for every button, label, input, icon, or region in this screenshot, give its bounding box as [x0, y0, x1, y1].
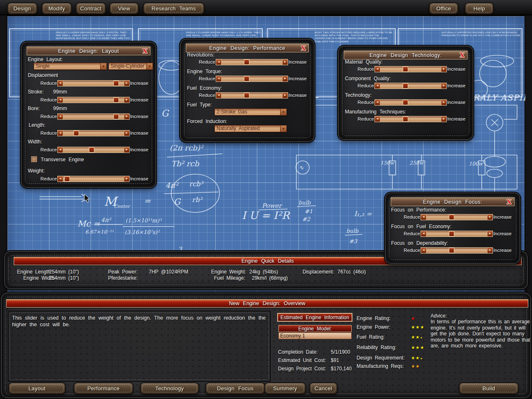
- left-arrow-icon[interactable]: ◄: [216, 59, 222, 65]
- slider-thumb[interactable]: [244, 93, 249, 98]
- slider-track[interactable]: [426, 248, 487, 253]
- close-icon[interactable]: X: [300, 44, 307, 52]
- chevron-down-icon[interactable]: ▼: [100, 63, 106, 69]
- footer-button-summery[interactable]: Summery: [264, 382, 306, 394]
- slider-track[interactable]: [63, 131, 124, 136]
- menu-button-view[interactable]: View: [109, 2, 139, 15]
- slider-body[interactable]: ◄►: [374, 116, 447, 122]
- engine-torque-slider[interactable]: Reduce ◄► Increase: [199, 75, 307, 82]
- right-arrow-icon[interactable]: ►: [282, 76, 288, 81]
- slider-body[interactable]: ◄►: [421, 247, 493, 254]
- slider-body[interactable]: ◄►: [57, 176, 130, 182]
- right-arrow-icon[interactable]: ►: [124, 176, 129, 182]
- footer-button-performance[interactable]: Performance: [74, 382, 133, 394]
- left-arrow-icon[interactable]: ◄: [216, 76, 222, 81]
- right-arrow-icon[interactable]: ►: [124, 81, 129, 86]
- slider-thumb[interactable]: [449, 231, 454, 236]
- left-arrow-icon[interactable]: ◄: [216, 93, 222, 98]
- right-arrow-icon[interactable]: ►: [282, 93, 288, 98]
- left-arrow-icon[interactable]: ◄: [58, 81, 63, 86]
- footer-button-layout[interactable]: Layout: [8, 382, 66, 394]
- left-arrow-icon[interactable]: ◄: [421, 214, 426, 220]
- menu-button-office[interactable]: Office: [429, 2, 458, 15]
- right-arrow-icon[interactable]: ►: [441, 116, 446, 122]
- revolutions-slider[interactable]: Reduce ◄► Increase: [199, 59, 307, 65]
- slider-thumb[interactable]: [403, 100, 408, 105]
- right-arrow-icon[interactable]: ►: [487, 214, 493, 220]
- slider-thumb[interactable]: [244, 76, 249, 81]
- close-icon[interactable]: X: [505, 198, 513, 206]
- slider-track[interactable]: [63, 147, 124, 153]
- right-arrow-icon[interactable]: ►: [124, 97, 129, 103]
- footer-button-technology[interactable]: Technology: [140, 382, 199, 394]
- slider-body[interactable]: ◄►: [57, 130, 130, 136]
- right-arrow-icon[interactable]: ►: [124, 131, 129, 136]
- left-arrow-icon[interactable]: ◄: [58, 131, 63, 136]
- slider-track[interactable]: [63, 114, 124, 119]
- fuel-economy-slider[interactable]: Reduce ◄► Increase: [199, 92, 307, 99]
- menu-button-contract[interactable]: Contract: [76, 2, 106, 15]
- slider-track[interactable]: [426, 214, 487, 220]
- left-arrow-icon[interactable]: ◄: [58, 147, 63, 153]
- left-arrow-icon[interactable]: ◄: [58, 97, 63, 103]
- slider-thumb[interactable]: [403, 83, 408, 89]
- left-arrow-icon[interactable]: ◄: [375, 100, 380, 105]
- slider-track[interactable]: [380, 100, 441, 105]
- weight-slider[interactable]: Reduce ◄► Increase: [40, 175, 148, 182]
- left-arrow-icon[interactable]: ◄: [375, 116, 380, 122]
- slider-thumb[interactable]: [244, 59, 249, 65]
- right-arrow-icon[interactable]: ►: [441, 83, 446, 89]
- left-arrow-icon[interactable]: ◄: [375, 66, 380, 72]
- left-arrow-icon[interactable]: ◄: [58, 114, 63, 119]
- slider-body[interactable]: ◄►: [421, 231, 493, 237]
- slider-track[interactable]: [380, 66, 441, 72]
- slider-body[interactable]: ◄►: [421, 214, 493, 220]
- slider-body[interactable]: ◄►: [216, 92, 288, 99]
- left-arrow-icon[interactable]: ◄: [375, 83, 380, 89]
- slider-track[interactable]: [63, 176, 124, 182]
- menu-button-help[interactable]: Help: [465, 2, 494, 15]
- fuel-type-dropdown[interactable]: 2-Stroke Gas ▼: [214, 108, 287, 116]
- slider-thumb[interactable]: [113, 81, 119, 86]
- chevron-down-icon[interactable]: ▼: [280, 126, 286, 132]
- engine-layout-dropdown[interactable]: Single ▼: [34, 63, 107, 70]
- slider-track[interactable]: [380, 116, 441, 122]
- slider-thumb[interactable]: [89, 147, 94, 153]
- slider-track[interactable]: [426, 231, 487, 236]
- technology-slider[interactable]: Reduce ◄► Increase: [357, 99, 466, 106]
- slider-thumb[interactable]: [113, 97, 119, 103]
- stroke-slider[interactable]: Reduce ◄► Increase: [40, 96, 148, 103]
- footer-button-build[interactable]: Build: [459, 382, 519, 394]
- focus-dependability-slider[interactable]: Reduce ◄► Increase: [404, 247, 512, 254]
- slider-body[interactable]: ◄►: [57, 113, 130, 120]
- menu-button-modify[interactable]: Modify: [42, 2, 72, 15]
- slider-track[interactable]: [63, 97, 124, 103]
- slider-track[interactable]: [380, 83, 441, 89]
- menu-button-research-teams[interactable]: Research Teams: [143, 2, 204, 15]
- slider-thumb[interactable]: [74, 131, 79, 136]
- chevron-down-icon[interactable]: ▼: [280, 109, 286, 115]
- slider-body[interactable]: ◄►: [374, 83, 447, 89]
- manufacturing-techniques-slider[interactable]: Reduce ◄► Increase: [357, 116, 466, 122]
- slider-thumb[interactable]: [449, 248, 454, 253]
- slider-thumb[interactable]: [449, 214, 454, 220]
- slider-body[interactable]: ◄►: [216, 76, 288, 82]
- slider-body[interactable]: ◄►: [374, 99, 447, 106]
- footer-button-design-focus[interactable]: Design Focus: [205, 382, 265, 394]
- slider-track[interactable]: [222, 59, 282, 65]
- displacement-slider[interactable]: Reduce ◄► Increase: [40, 80, 148, 86]
- right-arrow-icon[interactable]: ►: [124, 147, 129, 153]
- focus-fuel-economy-slider[interactable]: Reduce ◄► Increase: [404, 230, 512, 237]
- close-icon[interactable]: X: [458, 52, 466, 59]
- chevron-down-icon[interactable]: ▼: [146, 63, 153, 69]
- footer-button-cancel[interactable]: Cancel: [309, 382, 337, 394]
- bore-slider[interactable]: Reduce ◄► Increase: [40, 113, 148, 120]
- length-slider[interactable]: Reduce ◄► Increase: [40, 130, 148, 136]
- slider-track[interactable]: [63, 81, 124, 86]
- slider-thumb[interactable]: [403, 66, 408, 72]
- right-arrow-icon[interactable]: ►: [487, 248, 493, 253]
- right-arrow-icon[interactable]: ►: [487, 231, 493, 236]
- forced-induction-dropdown[interactable]: Naturally Aspirated ▼: [214, 125, 287, 132]
- slider-body[interactable]: ◄►: [374, 66, 447, 72]
- menu-button-design[interactable]: Design: [7, 2, 37, 15]
